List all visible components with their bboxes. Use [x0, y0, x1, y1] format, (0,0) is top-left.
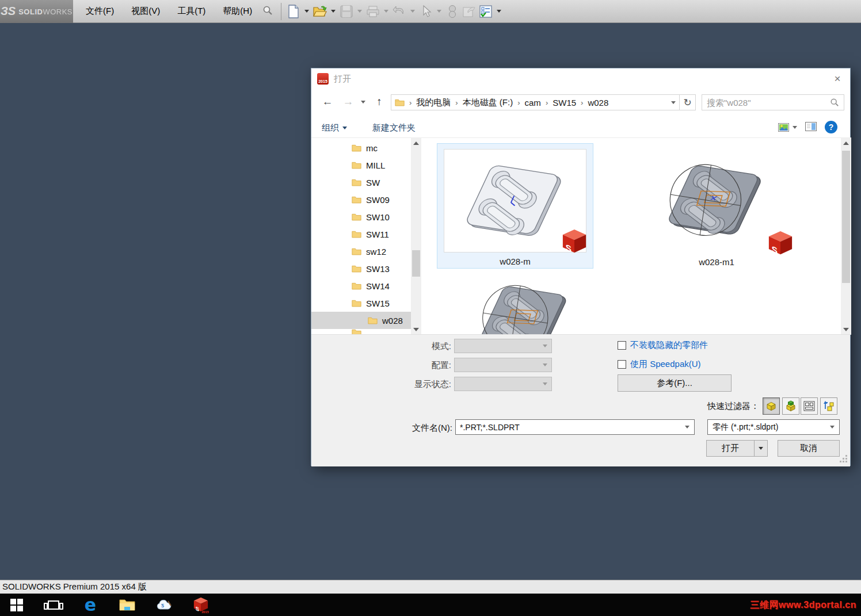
close-icon[interactable]: ×	[829, 71, 845, 86]
select-cursor-button	[418, 3, 433, 20]
filetype-select[interactable]: 零件 (*.prt;*.sldprt)	[707, 419, 840, 435]
breadcrumb-cam[interactable]: cam	[525, 98, 541, 108]
use-speedpak-label[interactable]: 使用 Speedpak(U)	[630, 359, 701, 370]
undo-button	[392, 3, 407, 20]
file-item-w028-m1[interactable]: S W w028-m1	[638, 143, 795, 269]
tree-item-sw09[interactable]: SW09	[311, 191, 411, 208]
menu-help[interactable]: 帮助(H)	[223, 6, 252, 17]
view-mode-dropdown-icon[interactable]	[793, 126, 797, 129]
open-dropdown[interactable]	[331, 10, 336, 13]
up-icon[interactable]: ↑	[371, 94, 387, 110]
filetype-dropdown-icon[interactable]	[830, 426, 835, 428]
svg-text:S: S	[566, 242, 572, 254]
scroll-down-icon[interactable]	[843, 328, 849, 331]
tree-item-sw11[interactable]: SW11	[311, 225, 411, 243]
back-icon[interactable]: ←	[319, 94, 336, 110]
filter-assemblies-button[interactable]	[782, 397, 799, 415]
menu-file[interactable]: 文件(F)	[86, 6, 114, 17]
scroll-up-icon[interactable]	[413, 141, 419, 145]
history-chevron-icon[interactable]	[359, 94, 368, 110]
options-dropdown[interactable]	[497, 10, 501, 13]
start-button[interactable]	[8, 596, 25, 614]
filter-drawings-button[interactable]	[801, 397, 818, 415]
address-dropdown-icon[interactable]	[671, 101, 676, 104]
file-list-scrollbar[interactable]	[841, 138, 851, 335]
task-view-button[interactable]	[45, 596, 62, 614]
tree-item-mill[interactable]: MILL	[311, 156, 411, 174]
scroll-down-icon[interactable]	[413, 328, 419, 331]
menu-view[interactable]: 视图(V)	[131, 6, 160, 17]
watermark-text: 三维网www.3dportal.cn	[750, 599, 856, 611]
breadcrumb-sw15[interactable]: SW15	[553, 98, 576, 108]
references-button[interactable]: 参考(F)...	[618, 374, 732, 392]
open-confirm-button[interactable]: 打开	[706, 440, 755, 457]
cloud-app-icon: Ƽ	[155, 599, 173, 611]
folder-icon	[368, 316, 378, 324]
tree-item-sw[interactable]: SW	[311, 174, 411, 191]
tree-item-sw12[interactable]: sw12	[311, 243, 411, 260]
solidworks-logo-glyph: ЗS	[1, 5, 16, 18]
tree-item-mc[interactable]: mc	[311, 139, 411, 156]
resize-grip[interactable]	[840, 455, 847, 462]
filename-combobox[interactable]	[455, 419, 695, 435]
organize-button[interactable]: 组织	[322, 123, 347, 133]
app-titlebar: ЗS SOLIDWORKS 文件(F) 视图(V) 工具(T) 帮助(H)	[0, 0, 861, 23]
filter-top-level-assembly-button[interactable]	[820, 397, 837, 415]
filename-dropdown-icon[interactable]	[685, 426, 689, 428]
tree-scrollbar-thumb[interactable]	[412, 250, 420, 277]
svg-text:W: W	[783, 229, 791, 231]
tree-item-sw13[interactable]: SW13	[311, 260, 411, 277]
use-speedpak-checkbox[interactable]	[618, 360, 626, 369]
edge-browser-button[interactable]: e	[82, 596, 99, 614]
file-explorer-button[interactable]	[119, 596, 136, 614]
tree-item-sw10[interactable]: SW10	[311, 208, 411, 225]
refresh-icon[interactable]: ↻	[680, 94, 696, 110]
hide-hidden-components-label[interactable]: 不装载隐藏的零部件	[630, 340, 708, 351]
search-box[interactable]	[702, 94, 844, 110]
menubar: 文件(F) 视图(V) 工具(T) 帮助(H)	[86, 6, 252, 17]
cloud-app-button[interactable]: Ƽ	[155, 596, 173, 614]
search-input[interactable]	[707, 98, 830, 108]
breadcrumb-my-computer[interactable]: 我的电脑	[416, 97, 451, 108]
tree-item-w028-selected[interactable]: w028	[311, 312, 411, 329]
solidworks-logo: ЗS SOLIDWORKS	[0, 0, 73, 23]
file-item-partial[interactable]	[473, 276, 577, 335]
folder-icon	[352, 230, 361, 238]
new-document-button[interactable]	[286, 3, 301, 20]
help-icon[interactable]: ?	[825, 121, 837, 133]
file-list-scrollbar-thumb[interactable]	[842, 151, 850, 283]
preview-pane-button[interactable]	[805, 122, 817, 133]
filter-parts-button[interactable]	[763, 397, 780, 415]
solidworks-taskbar-button[interactable]: S W 2015	[192, 596, 209, 614]
svg-text:W: W	[577, 228, 585, 229]
address-bar[interactable]: › 我的电脑 › 本地磁盘 (F:) › cam › SW15 › w028	[391, 94, 680, 110]
filename-label: 文件名(N):	[401, 423, 452, 434]
assembly-icon	[784, 400, 797, 412]
new-document-dropdown[interactable]	[304, 10, 309, 13]
open-button[interactable]	[313, 3, 327, 20]
cancel-button[interactable]: 取消	[778, 440, 840, 457]
dialog-titlebar[interactable]: 2015 打开 ×	[311, 68, 850, 89]
tree-item-sw14[interactable]: SW14	[311, 277, 411, 294]
select-dropdown	[437, 10, 441, 13]
tree-item-sw15[interactable]: SW15	[311, 294, 411, 312]
svg-text:S: S	[196, 604, 200, 612]
search-icon[interactable]	[830, 98, 839, 107]
breadcrumb-w028[interactable]: w028	[588, 98, 608, 108]
file-item-w028-m[interactable]: S W w028-m	[437, 143, 593, 269]
menu-search-icon[interactable]	[262, 5, 273, 17]
options-button[interactable]	[478, 3, 493, 20]
menu-tools[interactable]: 工具(T)	[177, 6, 205, 17]
folder-icon	[352, 178, 361, 186]
filename-input[interactable]	[456, 423, 685, 432]
dialog-sw-icon: 2015	[317, 73, 329, 85]
view-mode-button[interactable]	[778, 123, 797, 132]
breadcrumb-local-disk-f[interactable]: 本地磁盘 (F:)	[463, 97, 513, 108]
hide-hidden-components-checkbox[interactable]	[618, 341, 626, 350]
scroll-up-icon[interactable]	[843, 141, 849, 145]
open-split-dropdown[interactable]	[754, 440, 768, 457]
tree-scrollbar[interactable]	[411, 138, 421, 335]
folder-icon	[352, 282, 361, 290]
display-state-select	[454, 377, 552, 391]
new-folder-button[interactable]: 新建文件夹	[372, 123, 416, 133]
